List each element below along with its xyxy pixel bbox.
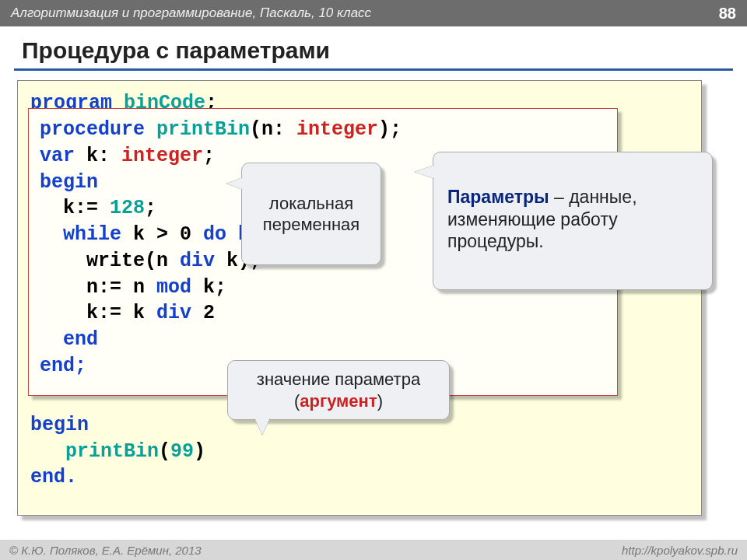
footer-url: http://kpolyakov.spb.ru [622, 544, 738, 557]
kw-end-loop: end [63, 328, 98, 351]
callout-arg-line2: (аргумент) [244, 390, 433, 412]
n-pre: n:= n [40, 276, 156, 299]
kw-div-2: div [156, 302, 191, 324]
param-close: ); [378, 118, 402, 141]
call-arg: 99 [170, 440, 194, 463]
k-assign: k:= [40, 197, 110, 219]
callout-local-var: локальная переменная [241, 163, 381, 265]
kw-div: div [180, 250, 215, 272]
indent-w [40, 223, 63, 246]
kw-procedure: procedure [40, 118, 156, 141]
tail-left-icon-2 [415, 165, 435, 179]
lit-128: 128 [110, 197, 145, 219]
n-post: k; [191, 276, 226, 299]
indent-end [40, 328, 63, 351]
kw-begin-2: begin [40, 171, 98, 194]
type-integer-2: integer [121, 145, 203, 167]
type-integer: integer [296, 118, 378, 141]
close-paren: ) [194, 440, 205, 463]
indent [30, 440, 65, 463]
k-pre: k:= k [40, 302, 156, 324]
callout-arg-line1: значение параметра [244, 369, 433, 390]
kw-end: end. [30, 466, 77, 488]
outer-call-line: printBin(99) [30, 439, 689, 465]
param-open: (n: [250, 118, 296, 141]
callout-local-var-text: локальная переменная [263, 194, 359, 235]
arg-close-paren: ) [377, 391, 383, 411]
proc-decl-line: procedure printBin(n: integer); [40, 117, 606, 143]
callout-parameters: Параметры – данные, изменяющие работу пр… [433, 152, 713, 290]
slide-header: Алгоритмизация и программирование, Паска… [0, 0, 747, 26]
kw-while: while [63, 223, 121, 246]
slide-footer: © К.Ю. Поляков, Е.А. Ерёмин, 2013 http:/… [0, 540, 747, 560]
content-area: program binCode; begin printBin(99) end.… [17, 80, 730, 527]
id-printbin: printBin [156, 118, 250, 141]
write-pre: write(n [40, 250, 180, 272]
cond: k > 0 [121, 223, 203, 246]
var-k: k: [86, 145, 121, 167]
kw-end-proc: end; [40, 355, 86, 377]
kw-mod: mod [156, 276, 191, 299]
callout-params-bold: Параметры [447, 187, 549, 207]
page-number: 88 [719, 5, 736, 23]
k-post: 2 [191, 302, 215, 324]
semicolon-3: ; [145, 197, 156, 219]
inner-end-loop: end [40, 327, 606, 353]
semicolon-2: ; [203, 145, 215, 167]
course-title: Алгоритмизация и программирование, Паска… [11, 5, 371, 21]
tail-down-icon [254, 418, 270, 435]
footer-copyright: © К.Ю. Поляков, Е.А. Ерёмин, 2013 [9, 544, 202, 557]
kw-begin: begin [30, 414, 89, 436]
slide-title: Процедура с параметрами [0, 26, 747, 68]
call-name: printBin [65, 440, 159, 463]
k-div-line: k:= k div 2 [40, 300, 606, 327]
outer-end: end. [30, 464, 689, 491]
kw-var: var [40, 145, 86, 167]
open-paren: ( [159, 440, 170, 463]
arg-word: аргумент [300, 391, 377, 411]
title-rule [14, 68, 733, 71]
tail-left-icon [226, 177, 244, 190]
callout-argument: значение параметра (аргумент) [227, 360, 450, 420]
